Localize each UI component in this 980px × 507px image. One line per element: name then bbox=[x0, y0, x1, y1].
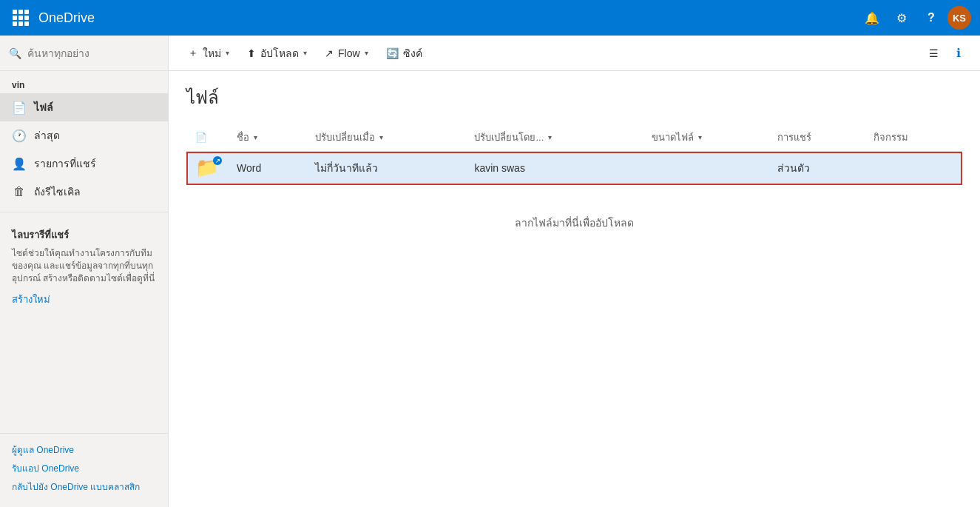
sidebar-section-label: vin bbox=[0, 71, 168, 93]
sidebar-item-files-label: ไฟล์ bbox=[34, 99, 53, 115]
recent-icon: 🕐 bbox=[12, 129, 27, 143]
upload-button[interactable]: ⬆ อัปโหลด ▾ bbox=[240, 41, 314, 66]
th-name[interactable]: ชื่อ ▾ bbox=[228, 124, 306, 152]
info-button[interactable]: ℹ bbox=[949, 41, 968, 64]
th-sharing-label: การแชร์ bbox=[777, 132, 811, 143]
drop-hint-text: ลากไฟล์มาที่นี่เพื่ออัปโหลด bbox=[515, 217, 634, 229]
sidebar-item-recent-label: ล่าสุด bbox=[34, 127, 60, 144]
sort-arrow-icon: ▾ bbox=[254, 133, 257, 141]
th-modified-by[interactable]: ปรับเปลี่ยนโดย... ▾ bbox=[465, 124, 642, 152]
files-icon: 📄 bbox=[12, 101, 27, 115]
th-modified-label: ปรับเปลี่ยนเมื่อ bbox=[315, 130, 375, 145]
row-modified-cell: ไม่กี่วันาทีแล้ว bbox=[306, 152, 465, 185]
command-bar: ＋ ใหม่ ▾ ⬆ อัปโหลด ▾ ↗ Flow ▾ 🔄 ซิงค์ ☰ bbox=[169, 36, 980, 71]
file-type-icon: 📄 bbox=[195, 132, 207, 143]
th-icon: 📄 bbox=[186, 124, 228, 152]
th-activity-label: กิจกรรม bbox=[873, 132, 908, 143]
folder-sync-badge: ↗ bbox=[213, 156, 222, 165]
recycle-icon: 🗑 bbox=[12, 185, 27, 198]
view-icon: ☰ bbox=[929, 47, 939, 59]
th-size[interactable]: ขนาดไฟล์ ▾ bbox=[643, 124, 769, 152]
sync-label: ซิงค์ bbox=[403, 45, 422, 61]
new-label: ใหม่ bbox=[203, 45, 221, 61]
row-sharing-cell: ส่วนตัว bbox=[768, 152, 865, 185]
sidebar-item-recycle-label: ถังรีไซเคิล bbox=[34, 184, 81, 200]
flow-icon: ↗ bbox=[325, 47, 334, 59]
row-icon-cell: 📁 ↗ bbox=[186, 152, 228, 185]
new-button[interactable]: ＋ ใหม่ ▾ bbox=[180, 41, 237, 66]
main-layout: 🔍 vin 📄 ไฟล์ 🕐 ล่าสุด 👤 รายการที่แชร์ 🗑 … bbox=[0, 36, 980, 507]
table-row[interactable]: 📁 ↗ Word ไม่กี่วันาทีแล้ว bbox=[186, 152, 962, 185]
classic-mode-link[interactable]: กลับไปยัง OneDrive แบบคลาสสิก bbox=[12, 480, 156, 494]
th-sharing[interactable]: การแชร์ bbox=[768, 124, 865, 152]
library-desc: ไซต์ช่วยให้คุณทำงานโครงการกับทีมของคุณ แ… bbox=[12, 247, 156, 284]
file-name: Word bbox=[237, 162, 261, 174]
sort-modified-arrow: ▾ bbox=[379, 133, 383, 141]
bell-icon: 🔔 bbox=[865, 11, 879, 25]
sync-button[interactable]: 🔄 ซิงค์ bbox=[379, 41, 430, 66]
waffle-menu[interactable] bbox=[9, 6, 33, 30]
table-header: 📄 ชื่อ ▾ ปรับเปลี่ยนเมื่อ ▾ bbox=[186, 124, 962, 152]
file-table: 📄 ชื่อ ▾ ปรับเปลี่ยนเมื่อ ▾ bbox=[186, 124, 962, 185]
search-icon: 🔍 bbox=[9, 47, 21, 59]
th-size-label: ขนาดไฟล์ bbox=[652, 130, 694, 145]
file-name-container: Word bbox=[237, 162, 297, 174]
new-plus-icon: ＋ bbox=[188, 47, 198, 60]
row-size-cell bbox=[643, 152, 769, 185]
sort-size-arrow: ▾ bbox=[698, 133, 702, 141]
sidebar-item-recycle[interactable]: 🗑 ถังรีไซเคิล bbox=[0, 178, 168, 206]
app-brand: OneDrive bbox=[38, 10, 859, 26]
command-bar-right: ☰ ℹ bbox=[922, 41, 968, 64]
avatar[interactable]: KS bbox=[947, 6, 971, 30]
manage-onedrive-link[interactable]: ผู้ดูแล OneDrive bbox=[12, 443, 156, 457]
sidebar-library-section: ไลบรารีที่แชร์ ไซต์ช่วยให้คุณทำงานโครงกา… bbox=[0, 218, 168, 316]
row-activity-cell bbox=[865, 152, 962, 185]
table-body: 📁 ↗ Word ไม่กี่วันาทีแล้ว bbox=[186, 152, 962, 185]
folder-icon-wrap: 📁 ↗ bbox=[195, 158, 219, 178]
flow-button[interactable]: ↗ Flow ▾ bbox=[317, 43, 376, 64]
sidebar-item-files[interactable]: 📄 ไฟล์ bbox=[0, 93, 168, 121]
sync-icon: 🔄 bbox=[386, 47, 399, 59]
shared-icon: 👤 bbox=[12, 157, 27, 171]
th-name-label: ชื่อ bbox=[237, 130, 249, 145]
modified-by-name: kavin swas bbox=[474, 162, 524, 174]
file-area: ไฟล์ 📄 ชื่อ ▾ bbox=[169, 71, 980, 507]
help-icon: ? bbox=[927, 11, 935, 24]
sidebar-item-shared-label: รายการที่แชร์ bbox=[34, 155, 96, 172]
get-app-link[interactable]: รับแอป OneDrive bbox=[12, 461, 156, 475]
th-modified[interactable]: ปรับเปลี่ยนเมื่อ ▾ bbox=[306, 124, 465, 152]
waffle-icon bbox=[13, 10, 29, 26]
row-modified-by-cell: kavin swas bbox=[465, 152, 642, 185]
th-modified-by-label: ปรับเปลี่ยนโดย... bbox=[474, 130, 544, 145]
upload-icon: ⬆ bbox=[247, 47, 256, 59]
row-name-cell: Word bbox=[228, 152, 306, 185]
search-container: 🔍 bbox=[0, 36, 168, 71]
th-activity[interactable]: กิจกรรม bbox=[865, 124, 962, 152]
page-title: ไฟล์ bbox=[186, 83, 962, 112]
sidebar-item-recent[interactable]: 🕐 ล่าสุด bbox=[0, 121, 168, 150]
upload-dropdown-arrow: ▾ bbox=[303, 49, 307, 57]
sharing-status: ส่วนตัว bbox=[777, 162, 810, 174]
sort-modified-by-arrow: ▾ bbox=[548, 133, 552, 141]
modified-date: ไม่กี่วันาทีแล้ว bbox=[315, 162, 378, 174]
sidebar-footer: ผู้ดูแล OneDrive รับแอป OneDrive กลับไปย… bbox=[0, 433, 168, 507]
create-new-link[interactable]: สร้างใหม่ bbox=[12, 294, 50, 305]
help-button[interactable]: ? bbox=[918, 4, 944, 31]
drop-zone-hint: ลากไฟล์มาที่นี่เพื่ออัปโหลด bbox=[186, 185, 962, 261]
sidebar-item-shared[interactable]: 👤 รายการที่แชร์ bbox=[0, 150, 168, 178]
topbar-icons: 🔔 ⚙ ? KS bbox=[859, 4, 971, 31]
flow-label: Flow bbox=[338, 47, 360, 59]
notification-bell-button[interactable]: 🔔 bbox=[859, 4, 885, 31]
content-area: ＋ ใหม่ ▾ ⬆ อัปโหลด ▾ ↗ Flow ▾ 🔄 ซิงค์ ☰ bbox=[169, 36, 980, 507]
gear-icon: ⚙ bbox=[896, 11, 907, 25]
info-icon: ℹ bbox=[956, 46, 961, 60]
topbar: OneDrive 🔔 ⚙ ? KS bbox=[0, 0, 980, 36]
new-dropdown-arrow: ▾ bbox=[226, 49, 229, 57]
sidebar-divider bbox=[0, 212, 168, 212]
view-toggle-button[interactable]: ☰ bbox=[922, 43, 946, 64]
flow-dropdown-arrow: ▾ bbox=[365, 49, 368, 57]
table-header-row: 📄 ชื่อ ▾ ปรับเปลี่ยนเมื่อ ▾ bbox=[186, 124, 962, 152]
search-input[interactable] bbox=[27, 47, 159, 59]
settings-button[interactable]: ⚙ bbox=[888, 4, 915, 31]
upload-label: อัปโหลด bbox=[260, 45, 299, 61]
